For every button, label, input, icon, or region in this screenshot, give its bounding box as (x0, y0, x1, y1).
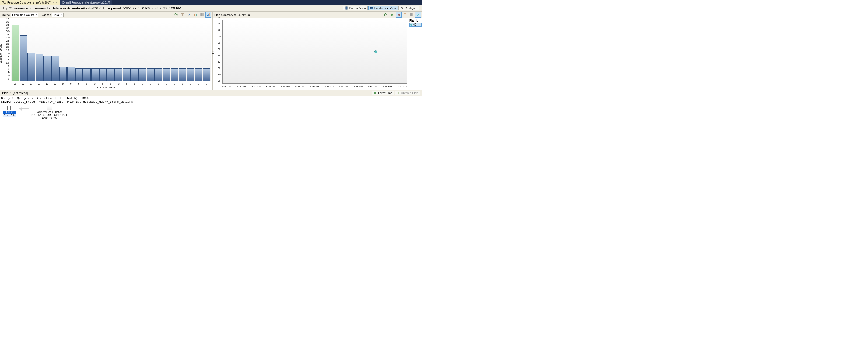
bar[interactable] (107, 68, 115, 81)
scatter-x-tick: 6:10 PM (251, 85, 260, 88)
bar[interactable] (91, 68, 99, 81)
bar[interactable] (139, 68, 147, 81)
x-tick: 8 (163, 82, 170, 85)
plan-node-tvf[interactable]: Table Valued Function [QUERY_STORE_OPTIO… (31, 106, 67, 119)
bar[interactable] (131, 68, 138, 81)
bar[interactable] (75, 68, 83, 81)
legend-item-plan-69[interactable]: 69 (409, 23, 422, 27)
svg-point-3 (402, 8, 402, 8)
scatter-plot-area[interactable] (222, 20, 407, 84)
scatter-x-tick: 6:05 PM (237, 85, 246, 88)
bar[interactable] (171, 68, 179, 81)
tab-top-resource-consumers[interactable]: Top Resource Cons...ventureWorks2017] ⟟ … (0, 0, 60, 5)
unforce-plan-toolbar-icon[interactable] (396, 12, 402, 18)
x-tick: 16 (51, 82, 59, 85)
query-sql-line: SELECT actual_state, readonly_reason FRO… (1, 100, 133, 104)
portrait-icon (345, 6, 348, 10)
svg-rect-10 (209, 13, 210, 16)
y-tick: 2- (7, 74, 10, 77)
force-plan-toolbar-icon[interactable] (389, 12, 395, 18)
scatter-y-tick: 38- (218, 42, 221, 44)
bar[interactable] (11, 25, 19, 81)
bar[interactable] (99, 68, 107, 81)
plan-node-select[interactable]: SELECT Cost: 0 % (3, 106, 17, 117)
svg-rect-8 (207, 15, 208, 16)
grid-chart-icon[interactable] (199, 12, 205, 18)
scatter-y-tick: 44- (218, 22, 221, 25)
bar[interactable] (203, 68, 210, 81)
list-chart-icon[interactable] (192, 12, 198, 18)
close-icon[interactable]: ✕ (56, 1, 58, 4)
bar[interactable] (27, 53, 35, 81)
landscape-icon (370, 6, 373, 10)
y-tick: 20- (6, 46, 10, 48)
y-tick: 14- (6, 55, 10, 58)
query-text-icon[interactable] (180, 12, 186, 18)
x-tick: 18 (27, 82, 35, 85)
portrait-view-label: Portrait View (349, 6, 366, 10)
plan-arrow-icon (19, 107, 29, 111)
force-plan-icon (374, 91, 377, 94)
scatter-x-tick: 6:00 PM (222, 85, 231, 88)
scatter-x-tick: 7:00 PM (397, 85, 407, 88)
x-tick: 8 (107, 82, 115, 85)
scatter-y-axis-label: Total (212, 51, 215, 57)
bar-plot-area[interactable] (11, 21, 211, 81)
bar[interactable] (35, 54, 43, 81)
compare-plans-icon[interactable] (402, 12, 408, 18)
bar[interactable] (20, 35, 27, 81)
bar[interactable] (43, 56, 51, 81)
pin-icon[interactable]: ⟟ (53, 1, 54, 4)
plan-chart-icon[interactable] (415, 12, 421, 18)
scatter-x-tick: 6:35 PM (324, 85, 334, 88)
svg-rect-5 (194, 14, 195, 16)
scatter-y-tick: 36- (218, 48, 221, 50)
execution-plan-diagram[interactable]: SELECT Cost: 0 % Table Valued Function [… (0, 104, 422, 179)
scatter-x-tick: 6:50 PM (368, 85, 377, 88)
bar[interactable] (195, 68, 203, 81)
y-tick: 30- (6, 30, 10, 33)
y-tick: 16- (6, 52, 10, 55)
y-tick: 32- (6, 27, 10, 29)
statistic-select[interactable]: Total (52, 13, 64, 17)
track-query-icon[interactable] (186, 12, 192, 18)
unforce-plan-button[interactable]: Unforce Plan (395, 91, 420, 95)
y-tick: 18- (6, 49, 10, 52)
scatter-y-tick: 42- (218, 29, 221, 31)
x-tick: 8 (195, 82, 203, 85)
bar-chart-icon[interactable] (206, 12, 211, 18)
configure-button[interactable]: Configure (399, 6, 420, 10)
bar[interactable] (123, 68, 131, 81)
refresh-plan-icon[interactable] (383, 12, 389, 18)
document-tab-strip: Top Resource Cons...ventureWorks2017] ⟟ … (0, 0, 422, 5)
unforce-plan-icon (397, 91, 400, 94)
metric-select[interactable]: Execution Count (11, 13, 38, 17)
x-tick: 8 (171, 82, 179, 85)
bar[interactable] (179, 68, 186, 81)
bar[interactable] (147, 68, 155, 81)
bar[interactable] (67, 67, 75, 81)
bar[interactable] (60, 67, 67, 81)
tab-overall-resource[interactable]: Overall Resource...dventureWorks2017] (60, 0, 113, 5)
scatter-x-tick: 6:20 PM (281, 85, 290, 88)
legend-title: Plan Id (409, 19, 422, 22)
scatter-y-tick: 40- (218, 35, 221, 38)
bar[interactable] (187, 68, 194, 81)
scatter-x-tick: 6:55 PM (383, 85, 392, 88)
landscape-view-button[interactable]: Landscape View (368, 6, 398, 10)
scatter-point[interactable] (374, 50, 377, 53)
bar[interactable] (83, 68, 91, 81)
right-toolbar: Plan summary for query 69 (213, 11, 422, 18)
statistic-label: Statistic (41, 13, 51, 17)
bar[interactable] (115, 68, 123, 81)
scatter-chart-pane: Total 26-28-30-32-34-36-38-40-42-44-46- … (213, 18, 422, 90)
query-text-area: Query 1: Query cost (relative to the bat… (0, 96, 422, 104)
refresh-icon[interactable] (173, 12, 179, 18)
plan-grid-icon[interactable] (409, 12, 414, 18)
portrait-view-button[interactable]: Portrait View (343, 6, 368, 10)
bar[interactable] (155, 68, 163, 81)
bar[interactable] (163, 68, 170, 81)
force-plan-button[interactable]: Force Plan (372, 91, 394, 95)
bar[interactable] (52, 56, 59, 81)
svg-point-13 (418, 14, 419, 15)
